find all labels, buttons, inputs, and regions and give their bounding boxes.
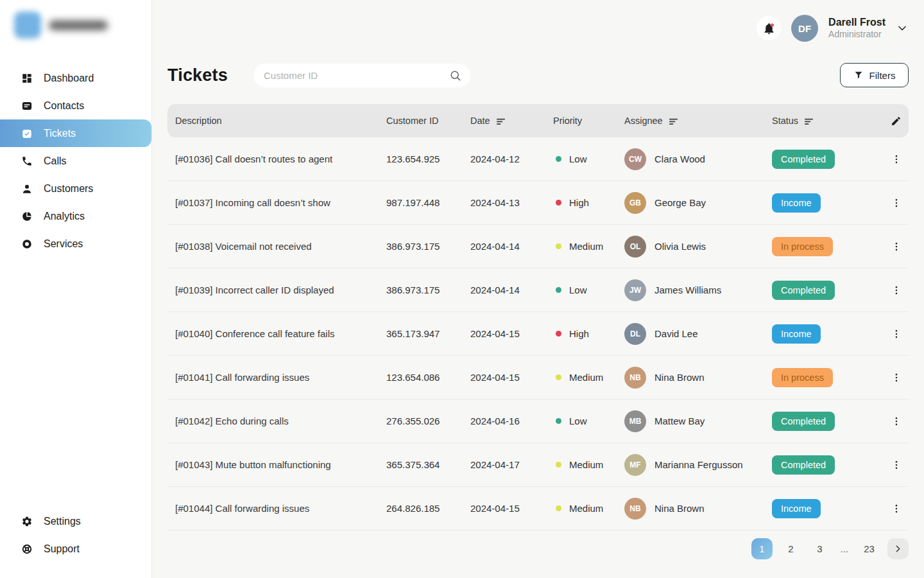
- ticket-date: 2024-04-17: [470, 459, 553, 470]
- sidebar-item-contacts[interactable]: Contacts: [0, 92, 151, 119]
- sidebar-item-dashboard[interactable]: Dashboard: [0, 64, 151, 92]
- sidebar-item-support[interactable]: Support: [0, 535, 151, 563]
- status-badge: Income: [772, 499, 821, 518]
- sidebar-item-customers[interactable]: Customers: [0, 175, 151, 202]
- ticket-assignee: GB George Bay: [624, 192, 772, 214]
- ticket-status: Income: [772, 499, 884, 518]
- pen-icon: [891, 116, 902, 127]
- ticket-description: [#01041] Call forwarding issues: [175, 372, 386, 383]
- ticket-description: [#01043] Mute button malfunctioning: [175, 459, 386, 470]
- row-menu-button[interactable]: [884, 416, 909, 427]
- pagination-pages: 123...23: [751, 538, 880, 559]
- sidebar-item-analytics[interactable]: Analytics: [0, 202, 151, 230]
- column-header-date[interactable]: Date: [470, 116, 553, 126]
- sidebar-item-settings[interactable]: Settings: [0, 507, 151, 535]
- chevron-down-icon: [896, 22, 909, 35]
- sort-icon[interactable]: [804, 116, 814, 126]
- ticket-customer-id: 365.173.947: [386, 328, 470, 339]
- kebab-icon: [891, 503, 902, 514]
- next-page-button[interactable]: [887, 538, 909, 559]
- status-badge: Income: [772, 193, 821, 213]
- assignee-avatar: OL: [624, 236, 646, 258]
- kebab-icon: [891, 197, 902, 209]
- ticket-customer-id: 386.973.175: [386, 285, 470, 295]
- column-header-customer-id[interactable]: Customer ID: [386, 116, 470, 126]
- search-input[interactable]: [264, 70, 449, 81]
- page-title: Tickets: [167, 66, 228, 85]
- row-menu-button[interactable]: [884, 285, 909, 296]
- search-icon[interactable]: [449, 69, 461, 82]
- priority-label: Low: [569, 285, 587, 295]
- row-menu-button[interactable]: [884, 197, 909, 209]
- row-menu-button[interactable]: [884, 503, 909, 514]
- ticket-assignee: DL David Lee: [624, 323, 772, 345]
- sort-icon[interactable]: [669, 116, 678, 126]
- column-header-assignee[interactable]: Assignee: [624, 116, 772, 126]
- filters-button[interactable]: Filters: [840, 63, 909, 87]
- status-badge: Completed: [772, 150, 835, 169]
- sidebar-item-label: Calls: [44, 155, 67, 167]
- column-header-status[interactable]: Status: [772, 116, 884, 126]
- priority-label: Low: [569, 416, 587, 426]
- user-role: Administrator: [828, 29, 886, 40]
- column-header-description[interactable]: Description: [175, 116, 386, 126]
- column-header-priority[interactable]: Priority: [553, 116, 624, 126]
- row-menu-button[interactable]: [884, 372, 909, 383]
- ticket-date: 2024-04-13: [470, 197, 553, 208]
- priority-label: Low: [569, 153, 587, 164]
- ticket-date: 2024-04-14: [470, 241, 553, 252]
- sidebar-item-label: Services: [44, 238, 83, 250]
- kebab-icon: [891, 416, 902, 427]
- row-menu-button[interactable]: [884, 459, 909, 471]
- ticket-assignee: OL Olivia Lewis: [624, 236, 772, 258]
- sort-icon[interactable]: [496, 116, 506, 126]
- priority-dot: [556, 462, 561, 468]
- priority-dot: [556, 331, 561, 337]
- sidebar-item-calls[interactable]: Calls: [0, 147, 151, 175]
- page-button-23[interactable]: 23: [859, 538, 880, 559]
- table-row: [#01040] Conference call feature fails 3…: [167, 312, 909, 356]
- priority-dot: [556, 374, 561, 380]
- page-button-1[interactable]: 1: [751, 538, 773, 559]
- kebab-icon: [891, 372, 902, 383]
- ticket-date: 2024-04-15: [470, 503, 553, 514]
- assignee-avatar: NB: [624, 367, 646, 389]
- priority-dot: [556, 287, 561, 293]
- ticket-status: Income: [772, 193, 884, 213]
- sidebar-item-services[interactable]: Services: [0, 230, 151, 258]
- funnel-icon: [853, 70, 864, 80]
- assignee-name: Nina Brown: [654, 503, 705, 514]
- table-row: [#01036] Call doesn’t routes to agent 12…: [167, 137, 909, 181]
- assignee-name: Olivia Lewis: [654, 241, 706, 252]
- row-menu-button[interactable]: [884, 328, 909, 340]
- edit-columns-button[interactable]: [884, 116, 909, 127]
- row-menu-button[interactable]: [884, 153, 909, 165]
- ticket-customer-id: 365.375.364: [386, 459, 470, 470]
- kebab-icon: [891, 285, 902, 296]
- table-body: [#01036] Call doesn’t routes to agent 12…: [167, 137, 909, 530]
- table-header: Description Customer ID Date Priority As…: [167, 104, 909, 137]
- assignee-avatar: CW: [624, 148, 646, 170]
- priority-dot: [556, 156, 561, 162]
- user-avatar[interactable]: DF: [791, 15, 818, 42]
- kebab-icon: [891, 328, 902, 340]
- user-name: Darell Frost: [828, 16, 886, 29]
- page-button-3[interactable]: 3: [809, 538, 830, 559]
- page-button-2[interactable]: 2: [780, 538, 801, 559]
- priority-label: Medium: [569, 459, 603, 470]
- ticket-status: Completed: [772, 150, 884, 169]
- sidebar-item-tickets[interactable]: Tickets: [0, 119, 151, 147]
- row-menu-button[interactable]: [884, 241, 909, 252]
- notification-badge: [770, 23, 773, 26]
- notifications-button[interactable]: [757, 16, 781, 40]
- assignee-name: George Bay: [654, 197, 706, 208]
- support-icon: [21, 543, 33, 556]
- app-logo: [14, 12, 151, 39]
- priority-label: Medium: [569, 241, 603, 252]
- table-row: [#01037] Incoming call doesn’t show 987.…: [167, 181, 909, 225]
- ticket-status: Income: [772, 324, 884, 344]
- ticket-status: Completed: [772, 412, 884, 431]
- sidebar: Dashboard Contacts Tickets Calls Custome…: [0, 0, 152, 578]
- user-menu-chevron[interactable]: [896, 22, 909, 35]
- assignee-name: Marianna Fergusson: [654, 459, 743, 470]
